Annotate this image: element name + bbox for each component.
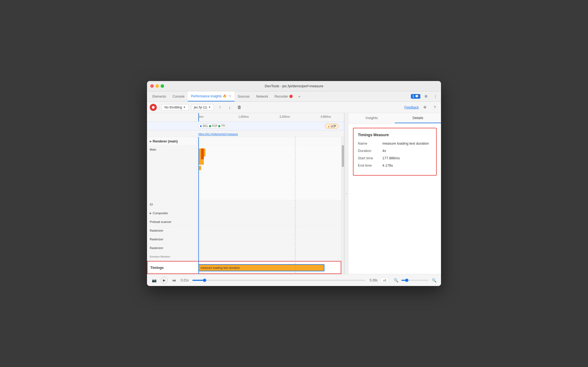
tab-details[interactable]: Details [395, 113, 441, 123]
main-track-row [197, 146, 341, 200]
maximize-button[interactable] [161, 84, 164, 88]
chat-badge[interactable]: 1 💬 [411, 94, 420, 99]
devtools-window: DevTools - jec.fyi/demo/perf-measure Ele… [147, 81, 441, 286]
detail-value-name: measure loading text duration [382, 141, 429, 145]
tab-close-icon[interactable]: ✕ [229, 94, 231, 98]
speed-badge[interactable]: x1 [380, 278, 389, 283]
download-icon[interactable]: ↓ [226, 104, 233, 111]
url-bar: https://jec.fyi/demo/perf-measure [147, 130, 344, 137]
rasterizer3-track-label: Rasterizer [147, 244, 197, 252]
tab-recorder[interactable]: Recorder 🔴 [271, 91, 296, 101]
details-box: Timings Measure Name measure loading tex… [353, 128, 437, 176]
site-label: jec.fyi (1) [194, 105, 207, 109]
detail-row-start: Start time 177.886ms [358, 156, 432, 160]
milestones-right: DCL FCP TTI ▲ LCP [197, 122, 344, 130]
scrollbar-track[interactable] [341, 137, 344, 274]
tab-recorder-label: Recorder [275, 95, 288, 98]
right-panel-tabs: Insights Details [349, 113, 441, 123]
panel-chevron[interactable]: › [344, 113, 349, 274]
detail-row-duration: Duration 4s [358, 149, 432, 153]
zoom-thumb[interactable] [405, 279, 408, 282]
upload-icon[interactable]: ↑ [216, 104, 224, 111]
detail-label-end: End time [358, 163, 382, 167]
marker-0: 0ms [198, 115, 204, 118]
delete-icon[interactable]: 🗑 [236, 104, 243, 111]
zoom-in-icon[interactable]: 🔍 [430, 276, 438, 284]
tracks-labels: ▶ Renderer (main) Main IO ▶ Compositor P… [147, 137, 197, 274]
vertical-cursor [198, 137, 199, 274]
detail-value-end: 4.178s [382, 163, 393, 167]
compositor-expand-icon[interactable]: ▶ [150, 212, 152, 214]
site-arrow-icon: ▼ [208, 106, 211, 109]
tab-perf-label: Performance insights [191, 94, 222, 98]
tab-console-label: Console [173, 95, 184, 98]
renderer-expand-icon[interactable]: ▶ [150, 140, 152, 143]
time-end-label: 5.28s [370, 278, 377, 282]
service-worker-track-row [197, 252, 341, 261]
site-dropdown[interactable]: jec.fyi (1) ▼ [191, 104, 214, 111]
skip-start-icon[interactable]: ⏮ [170, 276, 178, 284]
fcp-label: FCP [212, 125, 217, 127]
rasterizer1-track-row [197, 226, 341, 235]
tti-dot [218, 125, 220, 127]
timings-measure-label: measure loading text duration [201, 266, 240, 269]
bottom-bar: 📷 ▶ ⏮ 0.21s 5.28s x1 🔍 🔍 [147, 274, 441, 286]
tab-console[interactable]: Console [169, 91, 188, 101]
tab-sources[interactable]: Sources [234, 91, 253, 101]
rasterizer2-track-row [197, 235, 341, 244]
page-url[interactable]: https://jec.fyi/demo/perf-measure [198, 133, 238, 136]
lcp-milestone: ▲ LCP [325, 124, 339, 128]
compositor-track-row [197, 209, 341, 217]
throttling-label: No throttling [164, 105, 182, 109]
dcl-label: DCL [203, 125, 208, 127]
speed-label: x1 [383, 279, 386, 282]
time-ruler: 0ms 1,600ms 3,200ms 4,800ms [147, 113, 344, 122]
timings-track-label: Timings [147, 261, 197, 274]
tracks-container: ▶ Renderer (main) Main IO ▶ Compositor P… [147, 137, 344, 274]
tab-performance-insights[interactable]: Performance insights 🔥 ✕ [188, 91, 234, 101]
tab-insights-label: Insights [366, 116, 378, 120]
tab-network[interactable]: Network [253, 91, 271, 101]
window-title: DevTools - jec.fyi/demo/perf-measure [265, 84, 323, 88]
io-track-label: IO [147, 200, 197, 209]
tab-elements[interactable]: Elements [149, 91, 169, 101]
tab-details-label: Details [412, 116, 423, 120]
slider-thumb[interactable] [203, 279, 206, 282]
minimize-button[interactable] [155, 84, 159, 88]
play-button[interactable]: ▶ [161, 277, 168, 284]
throttling-dropdown[interactable]: No throttling ▼ [161, 104, 189, 111]
details-content: Timings Measure Name measure loading tex… [349, 123, 441, 274]
tracks-content[interactable]: measure loading text duration [197, 137, 341, 274]
url-bar-right: https://jec.fyi/demo/perf-measure [197, 131, 344, 136]
renderer-label: Renderer (main) [153, 139, 178, 143]
rasterizer3-track-row [197, 244, 341, 252]
detail-row-name: Name measure loading text duration [358, 141, 432, 145]
timeline-slider[interactable] [192, 280, 366, 281]
more-tabs-icon: » [298, 95, 300, 98]
tab-insights[interactable]: Insights [349, 113, 395, 123]
record-button[interactable] [150, 104, 157, 111]
timings-measure-bar[interactable]: measure loading text duration [198, 264, 324, 271]
close-button[interactable] [150, 84, 154, 88]
right-panel: Insights Details Timings Measure Name me… [349, 113, 441, 274]
more-options-icon[interactable]: ⋮ [432, 93, 439, 100]
toolbar-settings-icon[interactable]: ⚙ [421, 104, 429, 111]
zoom-out-icon[interactable]: 🔍 [392, 276, 400, 284]
timings-track-row[interactable]: measure loading text duration [197, 261, 341, 274]
more-tabs-button[interactable]: » [296, 91, 302, 101]
settings-icon[interactable]: ⚙ [423, 93, 430, 100]
zoom-slider[interactable] [401, 280, 429, 281]
screenshot-icon[interactable]: 📷 [150, 276, 158, 284]
preload-track-row [197, 217, 341, 226]
feedback-link[interactable]: Feedback [404, 105, 419, 109]
main-content: 0ms 1,600ms 3,200ms 4,800ms DCL FCP [147, 113, 441, 274]
time-start-label: 0.21s [181, 278, 189, 282]
traffic-lights [150, 84, 164, 88]
scrollbar-thumb[interactable] [342, 145, 344, 167]
preload-track-label: Preload scanner [147, 217, 197, 226]
tabbar: Elements Console Performance insights 🔥 … [147, 91, 441, 102]
tab-network-label: Network [256, 95, 268, 98]
help-icon[interactable]: ? [431, 104, 438, 111]
lcp-label: LCP [331, 125, 336, 127]
marker-4800: 4,800ms [321, 115, 331, 118]
